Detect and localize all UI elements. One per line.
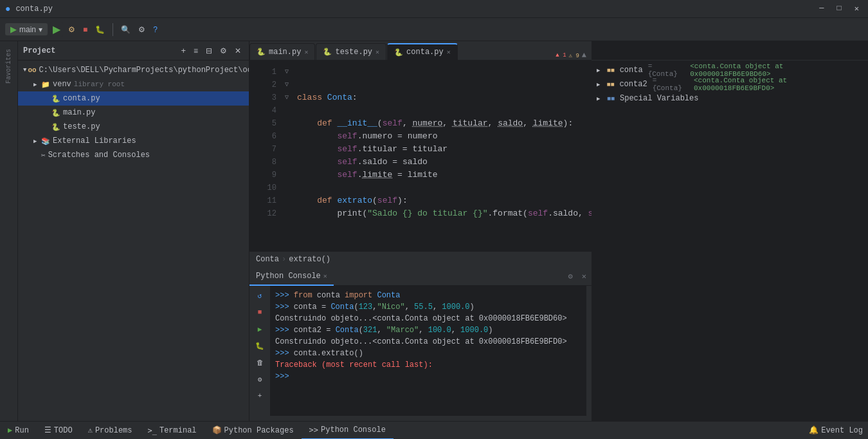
console-scrollbar[interactable] (586, 286, 592, 416)
run-config-selector[interactable]: ▶ main ▾ (5, 23, 48, 35)
editor-console-split: 🐍 main.py ✕ 🐍 teste.py ✕ 🐍 conta.py ✕ ▲ … (249, 41, 592, 421)
sidebar-close-btn[interactable]: ✕ (232, 44, 244, 57)
tab-icon-main: 🐍 (257, 48, 266, 56)
console-status-icon: >> (309, 425, 318, 434)
console-output[interactable]: >>> from conta import Conta >>> conta = … (270, 286, 586, 416)
title-text: conta.py (15, 5, 53, 14)
tree-item-venv[interactable]: ▶ 📁 venv library root (18, 77, 249, 91)
breadcrumb-bar: Conta › extrato() (249, 251, 592, 266)
tree-label-venv: venv (53, 80, 71, 89)
problems-tab[interactable]: ⚠ Problems (80, 422, 140, 440)
debug-button[interactable]: 🐛 (93, 24, 107, 35)
console-scrollbar-h[interactable] (249, 416, 592, 421)
tree-item-teste[interactable]: 🐍 teste.py (18, 120, 249, 134)
main-toolbar: ▶ main ▾ ▶ ⚙ ■ 🐛 🔍 ⚙ ? (0, 18, 868, 41)
console-tab-close[interactable]: ✕ (323, 272, 327, 280)
var-arrow-conta2: ▶ (597, 81, 604, 88)
code-line-8: self.saldo = saldo (297, 156, 586, 169)
settings-button[interactable]: ⚙ (136, 24, 148, 35)
sidebar-toolbar: Project + ≡ ⊟ ⚙ ✕ (18, 41, 249, 61)
title-bar: ● conta.py ─ □ ✕ (0, 0, 868, 18)
sidebar-settings-btn[interactable]: ⚙ (217, 44, 230, 57)
var-item-conta[interactable]: ▶ ■■ conta = {Conta} <conta.Conta object… (592, 63, 868, 77)
debug-console-btn[interactable]: 🐛 (253, 339, 267, 353)
maximize-btn[interactable]: □ (833, 4, 845, 14)
code-line-9: self.limite = limite (297, 169, 586, 182)
tree-label-extlibs: External Libraries (53, 136, 136, 145)
tab-icon-conta: 🐍 (394, 48, 403, 57)
run-button[interactable]: ▶ (50, 22, 63, 37)
clear-btn[interactable]: 🗑 (253, 355, 267, 369)
code-editor[interactable]: 1 2 3 4 5 6 7 8 9 10 11 12 ▽ (249, 61, 592, 251)
tab-teste-py[interactable]: 🐍 teste.py ✕ (316, 43, 386, 60)
project-sidebar: Project + ≡ ⊟ ⚙ ✕ ▼ oo C:\Users\DELL\Pyc… (18, 41, 249, 421)
expand-btn[interactable]: ▲ (582, 51, 586, 60)
code-line-10 (297, 182, 586, 194)
tab-conta-py[interactable]: 🐍 conta.py ✕ (387, 43, 458, 60)
tab-main-py[interactable]: 🐍 main.py ✕ (249, 43, 315, 60)
tab-icon-teste: 🐍 (323, 48, 332, 56)
sidebar-list-btn[interactable]: ≡ (191, 44, 201, 57)
tab-close-teste[interactable]: ✕ (375, 48, 379, 56)
var-item-conta2[interactable]: ▶ ■■ conta2 = {Conta} <conta.Conta objec… (592, 77, 868, 91)
tab-close-main[interactable]: ✕ (304, 48, 308, 56)
favorites-strip-label[interactable]: Favorites (3, 46, 15, 86)
tab-label-teste: teste.py (335, 48, 372, 57)
terminal-tab[interactable]: >_ Terminal (140, 422, 204, 440)
var-icon-conta2: ■■ (606, 81, 614, 88)
run-tab[interactable]: ▶ Run (0, 422, 37, 440)
help-button[interactable]: ? (150, 24, 160, 35)
python-icon-main: 🐍 (51, 109, 60, 117)
search-button[interactable]: 🔍 (118, 24, 133, 35)
code-area[interactable]: class Conta: def __init__(self, numero, … (292, 61, 592, 251)
tree-item-main[interactable]: 🐍 main.py (18, 106, 249, 120)
tab-close-conta[interactable]: ✕ (447, 48, 451, 56)
settings-console-btn[interactable]: ⚙ (253, 372, 267, 386)
fold-gutter: ▽ ▽ ▽ (282, 61, 292, 251)
console-panel: Python Console ✕ ⚙ ✕ ↺ ■ ▶ 🐛 🗑 ⚙ + (249, 266, 592, 421)
tree-item-extlibs[interactable]: ▶ 📚 External Libraries (18, 134, 249, 148)
python-console-tab[interactable]: >> Python Console (302, 422, 393, 440)
console-tab-python[interactable]: Python Console ✕ (249, 268, 334, 286)
minimize-btn[interactable]: ─ (815, 4, 827, 14)
tree-item-scratches[interactable]: ✂ Scratches and Consoles (18, 148, 249, 162)
stop-console-btn[interactable]: ■ (253, 305, 267, 319)
var-item-special[interactable]: ▶ ■■ Special Variables (592, 91, 868, 106)
project-label: Project (23, 46, 55, 55)
close-btn[interactable]: ✕ (851, 4, 863, 14)
window-controls: ─ □ ✕ (815, 4, 863, 14)
execute-btn[interactable]: ▶ (253, 322, 267, 336)
var-arrow-conta: ▶ (597, 67, 604, 74)
python-packages-tab[interactable]: 📦 Python Packages (204, 422, 302, 440)
build-button[interactable]: ⚙ (66, 24, 78, 35)
tab-label-main: main.py (269, 48, 301, 57)
python-icon-conta: 🐍 (51, 95, 60, 103)
code-line-11: def extrato(self): (297, 194, 586, 207)
todo-label: TODO (54, 426, 73, 435)
console-maximize-btn[interactable]: ✕ (582, 272, 586, 281)
console-line-2: >>> conta = Conta(123,"Nico", 55.5, 1000… (275, 301, 581, 313)
todo-tab[interactable]: ☰ TODO (37, 422, 80, 440)
add-console-btn[interactable]: + (253, 389, 267, 403)
main-area: Favorites Project + ≡ ⊟ ⚙ ✕ ▼ oo C:\User… (0, 41, 868, 421)
breadcrumb-sep: › (282, 255, 286, 264)
warning-indicator: ⚠ 9 (569, 52, 579, 59)
stop-button[interactable]: ■ (80, 24, 90, 35)
problems-label: Problems (95, 426, 132, 435)
console-settings-btn[interactable]: ⚙ (563, 272, 578, 281)
breadcrumb-extrato[interactable]: extrato() (289, 255, 330, 264)
editor-top: 🐍 main.py ✕ 🐍 teste.py ✕ 🐍 conta.py ✕ ▲ … (249, 41, 592, 266)
restart-console-btn[interactable]: ↺ (253, 288, 267, 303)
event-log-label[interactable]: Event Log (821, 426, 863, 435)
tree-item-root[interactable]: ▼ oo C:\Users\DELL\PycharmProjects\pytho… (18, 63, 249, 77)
breadcrumb-conta[interactable]: Conta (256, 255, 279, 264)
var-arrow-special: ▶ (597, 95, 604, 102)
sidebar-add-btn[interactable]: + (178, 44, 188, 57)
code-line-3: class Conta: (297, 91, 586, 104)
tree-sublabel-venv: library root (74, 80, 125, 88)
var-icon-conta: ■■ (607, 67, 615, 74)
extlibs-icon: 📚 (41, 137, 50, 145)
tree-item-conta[interactable]: 🐍 conta.py (18, 91, 249, 106)
project-tree: ▼ oo C:\Users\DELL\PycharmProjects\pytho… (18, 61, 249, 421)
sidebar-split-btn[interactable]: ⊟ (203, 44, 215, 57)
